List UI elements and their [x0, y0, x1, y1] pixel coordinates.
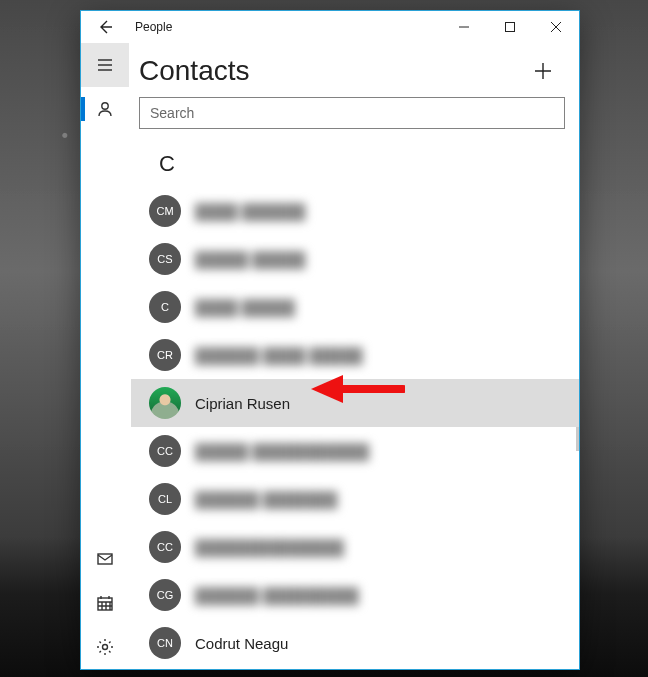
back-button[interactable] — [81, 11, 129, 43]
maximize-button[interactable] — [487, 11, 533, 43]
contact-row[interactable]: CS█████ █████ — [131, 235, 579, 283]
contact-name: █████ ███████████ — [195, 443, 369, 460]
avatar-initials: CR — [149, 339, 181, 371]
maximize-icon — [505, 22, 515, 32]
contact-row[interactable]: CL██████ ███████ — [131, 475, 579, 523]
calendar-icon — [96, 594, 114, 612]
contact-name: Codrut Neagu — [195, 635, 288, 652]
window-titlebar: People — [81, 11, 579, 43]
contact-row[interactable]: CR██████ ████ █████ — [131, 331, 579, 379]
svg-rect-0 — [506, 23, 515, 32]
avatar-initials: CC — [149, 531, 181, 563]
contact-row[interactable]: Ciprian Rusen — [131, 379, 579, 427]
close-button[interactable] — [533, 11, 579, 43]
people-app-window: People — [80, 10, 580, 670]
plus-icon — [533, 61, 553, 81]
page-title: Contacts — [139, 55, 523, 87]
page-header: Contacts — [129, 43, 579, 97]
contact-name: ████ █████ — [195, 299, 295, 316]
minimize-icon — [459, 22, 469, 32]
contact-row[interactable]: CNCodrut Neagu — [131, 619, 579, 667]
svg-point-1 — [102, 103, 108, 109]
avatar-initials: CC — [149, 435, 181, 467]
contact-row[interactable]: CC██████████████ — [131, 523, 579, 571]
person-icon — [96, 100, 114, 118]
window-title: People — [129, 20, 172, 34]
mail-icon — [96, 550, 114, 568]
gear-icon — [96, 638, 114, 656]
contact-name: ██████████████ — [195, 539, 344, 556]
minimize-button[interactable] — [441, 11, 487, 43]
close-icon — [551, 22, 561, 32]
add-contact-button[interactable] — [523, 51, 563, 91]
contact-name: ██████ ███████ — [195, 491, 337, 508]
hamburger-icon — [96, 56, 114, 74]
avatar-initials: CN — [149, 627, 181, 659]
avatar-initials: CG — [149, 579, 181, 611]
nav-calendar-button[interactable] — [81, 581, 129, 625]
avatar-photo — [149, 387, 181, 419]
avatar-initials: CS — [149, 243, 181, 275]
hamburger-button[interactable] — [81, 43, 129, 87]
arrow-left-icon — [97, 19, 113, 35]
avatar-initials: CL — [149, 483, 181, 515]
contact-name: ██████ █████████ — [195, 587, 359, 604]
nav-people-button[interactable] — [81, 87, 129, 131]
nav-mail-button[interactable] — [81, 537, 129, 581]
contact-name: ██████ ████ █████ — [195, 347, 363, 364]
search-input[interactable] — [139, 97, 565, 129]
avatar-initials: C — [149, 291, 181, 323]
nav-settings-button[interactable] — [81, 625, 129, 669]
search-container — [129, 97, 579, 139]
contact-row[interactable]: CG██████ █████████ — [131, 571, 579, 619]
contact-name: █████ █████ — [195, 251, 305, 268]
main-pane: Contacts CCM████ ██████CS█████ █████C███… — [129, 43, 579, 669]
contact-row[interactable]: C████ █████ — [131, 283, 579, 331]
contact-name: Ciprian Rusen — [195, 395, 290, 412]
contact-name: ████ ██████ — [195, 203, 305, 220]
group-header[interactable]: C — [131, 139, 579, 187]
avatar-initials: CM — [149, 195, 181, 227]
contact-row[interactable]: CM████ ██████ — [131, 187, 579, 235]
contact-row[interactable]: CC█████ ███████████ — [131, 427, 579, 475]
contacts-list[interactable]: CCM████ ██████CS█████ █████C████ █████CR… — [129, 139, 579, 669]
svg-rect-2 — [98, 554, 112, 564]
nav-rail — [81, 43, 129, 669]
svg-point-4 — [103, 645, 108, 650]
